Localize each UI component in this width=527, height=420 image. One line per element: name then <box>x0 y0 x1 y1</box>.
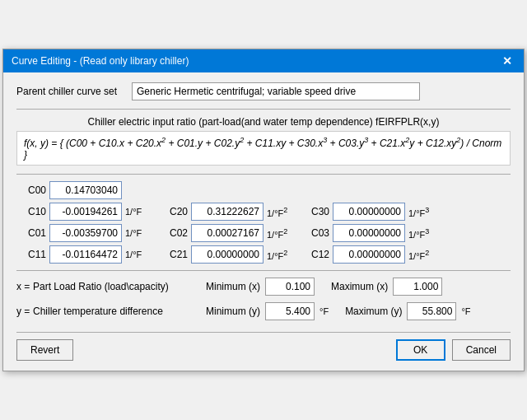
coeff-row-c00: C00 <box>16 181 511 199</box>
section-title: Chiller electric input ratio (part-load(… <box>16 116 511 128</box>
c12-input[interactable] <box>333 245 405 264</box>
c01-label: C01 <box>16 227 46 239</box>
c00-input[interactable] <box>49 181 122 199</box>
x-desc: Part Load Ratio (load\capacity) <box>33 281 198 292</box>
c03-label: C03 <box>300 227 329 239</box>
c03-unit: 1/°F3 <box>408 227 431 240</box>
close-button[interactable]: ✕ <box>499 54 515 68</box>
c02-unit: 1/°F2 <box>267 227 290 240</box>
y-min-input[interactable] <box>265 302 315 320</box>
c21-input[interactable] <box>191 245 264 264</box>
cancel-button[interactable]: Cancel <box>452 339 511 361</box>
c12-unit: 1/°F2 <box>408 249 431 261</box>
c30-input[interactable] <box>333 203 405 221</box>
coeff-row-c11: C11 1/°F C21 1/°F2 C12 1/°F2 <box>16 245 511 264</box>
y-row: y = Chiller temperature difference Minim… <box>16 302 511 320</box>
c20-input[interactable] <box>191 203 264 221</box>
parent-chiller-row: Parent chiller curve set <box>16 82 511 100</box>
c21-unit: 1/°F2 <box>267 249 290 261</box>
x-max-group: Maximum (x) <box>331 278 442 296</box>
c10-input[interactable] <box>49 203 122 221</box>
coefficients-grid: C00 C10 1/°F C20 1/°F2 C30 1/°F3 <box>16 181 511 264</box>
c02-input[interactable] <box>191 224 264 242</box>
y-min-label: Minimum (y) <box>206 306 260 317</box>
c10-label: C10 <box>16 206 46 217</box>
c30-unit: 1/°F3 <box>408 206 431 218</box>
x-max-label: Maximum (x) <box>331 281 388 292</box>
x-row: x = Part Load Ratio (load\capacity) Mini… <box>16 278 511 296</box>
c30-label: C30 <box>300 206 329 217</box>
y-max-input[interactable] <box>407 302 456 320</box>
separator-3 <box>16 270 511 271</box>
c20-label: C20 <box>158 206 188 217</box>
revert-button[interactable]: Revert <box>16 339 73 361</box>
y-max-unit: °F <box>461 306 470 316</box>
c11-unit: 1/°F <box>125 250 148 259</box>
c21-group: C21 1/°F2 <box>158 245 290 264</box>
c11-input[interactable] <box>49 245 122 264</box>
separator-1 <box>16 109 511 110</box>
c01-unit: 1/°F <box>125 228 148 238</box>
c02-label: C02 <box>158 227 188 239</box>
c02-group: C02 1/°F2 <box>158 224 290 242</box>
c12-label: C12 <box>300 249 329 260</box>
parent-chiller-input[interactable] <box>132 82 420 100</box>
c03-input[interactable] <box>333 224 405 242</box>
button-row: Revert OK Cancel <box>16 332 511 361</box>
ok-button[interactable]: OK <box>396 339 445 361</box>
curve-editing-dialog: Curve Editing - (Read only library chill… <box>2 49 525 371</box>
coeff-row-c10: C10 1/°F C20 1/°F2 C30 1/°F3 <box>16 203 511 221</box>
y-max-group: Maximum (y) °F <box>345 302 470 320</box>
separator-2 <box>16 174 511 175</box>
x-min-label: Minimum (x) <box>206 281 260 292</box>
y-min-group: Minimum (y) °F <box>206 302 329 320</box>
coeff-row-c01: C01 1/°F C02 1/°F2 C03 1/°F3 <box>16 224 511 242</box>
x-var-label: x = <box>16 281 33 292</box>
c00-label: C00 <box>16 184 46 196</box>
y-var-label: y = <box>16 306 33 317</box>
x-min-input[interactable] <box>265 278 315 296</box>
x-min-group: Minimum (x) <box>206 278 315 296</box>
c20-group: C20 1/°F2 <box>158 203 290 221</box>
c30-group: C30 1/°F3 <box>300 203 431 221</box>
y-min-unit: °F <box>319 306 329 316</box>
c21-label: C21 <box>158 249 188 260</box>
c11-label: C11 <box>16 249 46 260</box>
formula-box: f(x, y) = { (C00 + C10.x + C20.x2 + C01.… <box>16 131 511 166</box>
parent-chiller-label: Parent chiller curve set <box>16 86 132 97</box>
c12-group: C12 1/°F2 <box>300 245 431 264</box>
xy-section: x = Part Load Ratio (load\capacity) Mini… <box>16 278 511 320</box>
formula-text: f(x, y) = { (C00 + C10.x + C20.x2 + C01.… <box>24 138 501 161</box>
c01-input[interactable] <box>49 224 122 242</box>
x-max-input[interactable] <box>393 278 442 296</box>
c03-group: C03 1/°F3 <box>300 224 431 242</box>
y-desc: Chiller temperature difference <box>33 306 198 317</box>
dialog-body: Parent chiller curve set Chiller electri… <box>3 72 524 371</box>
y-max-label: Maximum (y) <box>345 306 402 317</box>
dialog-title: Curve Editing - (Read only library chill… <box>12 55 189 67</box>
c20-unit: 1/°F2 <box>267 206 290 218</box>
title-bar: Curve Editing - (Read only library chill… <box>3 49 524 72</box>
right-buttons: OK Cancel <box>396 339 511 361</box>
c10-unit: 1/°F <box>125 207 148 217</box>
